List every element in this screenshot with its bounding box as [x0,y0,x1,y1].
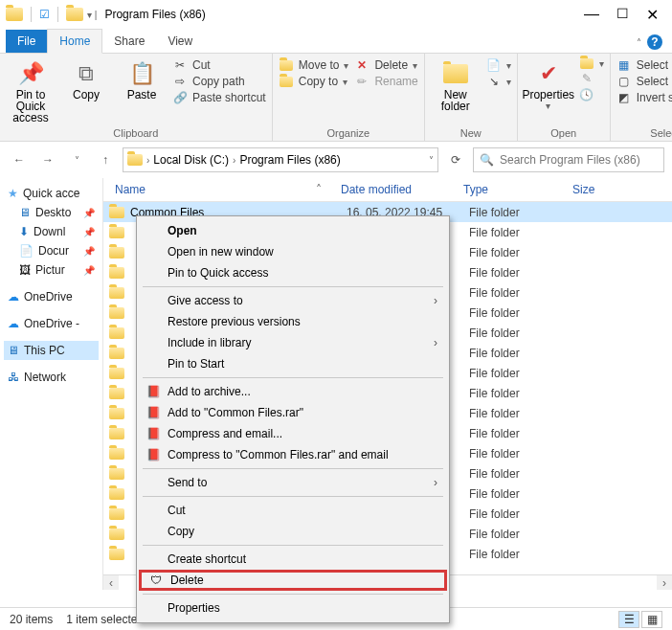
recent-locations-button[interactable]: ˅ [65,148,88,171]
tab-share[interactable]: Share [102,30,156,53]
properties-label: Properties [522,89,574,101]
ctx-restore-previous[interactable]: Restore previous versions [139,311,447,332]
folder-icon [109,529,124,540]
new-folder-button[interactable]: New folder [431,56,481,112]
paste-shortcut-button[interactable]: 🔗Paste shortcut [172,91,266,104]
ctx-send-to[interactable]: Send to› [139,472,447,493]
col-name[interactable]: Name˄ [103,183,341,196]
file-type: File folder [469,467,578,481]
ctx-include-in-library[interactable]: Include in library› [139,332,447,353]
tab-view[interactable]: View [156,30,204,53]
navigation-pane[interactable]: ★Quick acce 🖥Deskto📌 ⬇Downl📌 📄Docur📌 🖼Pi… [0,178,103,590]
ctx-create-shortcut[interactable]: Create shortcut [139,549,447,570]
ctx-add-to-rar[interactable]: 📕Add to "Common Files.rar" [139,402,447,423]
sidebar-item-network[interactable]: 🖧Network [4,368,99,387]
qat-properties-icon[interactable]: ☑ [39,8,50,21]
new-item-button[interactable]: 📄▾ [486,58,511,72]
ctx-cut[interactable]: Cut [139,500,447,521]
ctx-open[interactable]: Open [139,220,447,241]
ctx-delete[interactable]: 🛡Delete [139,570,447,591]
ctx-separator [143,545,443,546]
column-headers[interactable]: Name˄ Date modified Type Size [103,178,672,202]
ctx-copy[interactable]: Copy [139,521,447,542]
sidebar-item-pictures[interactable]: 🖼Pictur📌 [4,260,99,280]
col-type[interactable]: Type [463,183,572,196]
search-placeholder: Search Program Files (x86) [500,153,640,167]
crumb-sep[interactable]: › [146,155,149,166]
ctx-separator [143,377,443,378]
easy-access-button[interactable]: ↘▾ [486,75,511,88]
ctx-give-access-to[interactable]: Give access to› [139,290,447,311]
copy-path-button[interactable]: ⇨Copy path [172,75,266,88]
history-button[interactable]: 🕓 [579,88,604,101]
qat-dropdown-icon[interactable]: ▾ | [87,10,97,20]
ribbon-tabs: File Home Share View ˄ ? [0,29,672,54]
address-dropdown-icon[interactable]: ˅ [429,155,434,166]
quick-access-toolbar: ☑ ▾ | [6,7,97,22]
sidebar-item-desktop[interactable]: 🖥Deskto📌 [4,203,99,222]
delete-button[interactable]: ✕Delete ▾ [354,58,417,72]
address-bar[interactable]: › Local Disk (C:) › Program Files (x86) … [123,147,438,172]
ctx-pin-quick-access[interactable]: Pin to Quick access [139,262,447,283]
collapse-ribbon-icon[interactable]: ˄ [637,37,641,48]
cut-button[interactable]: ✂Cut [172,58,266,72]
ctx-pin-to-start[interactable]: Pin to Start [139,353,447,374]
ctx-properties[interactable]: Properties [139,597,447,619]
help-icon[interactable]: ? [647,34,662,50]
qat-folder-icon[interactable] [66,8,83,21]
file-type: File folder [469,548,578,561]
back-button[interactable]: ← [8,148,31,171]
paste-button[interactable]: 📋 Paste [117,56,167,101]
col-date[interactable]: Date modified [341,183,463,196]
ctx-add-to-archive[interactable]: 📕Add to archive... [139,381,447,402]
pin-label: Pin to Quick access [6,89,56,124]
folder-icon [109,287,124,299]
sidebar-item-this-pc[interactable]: 🖥This PC [4,341,99,360]
sidebar-item-quick-access[interactable]: ★Quick acce [4,184,99,203]
sidebar-item-onedrive[interactable]: ☁OneDrive [4,287,99,306]
file-type: File folder [469,347,578,360]
open-button[interactable]: ▾ [579,58,604,69]
select-none-button[interactable]: ▢Select none [616,75,672,88]
properties-button[interactable]: ✔ Properties ▾ [524,56,573,112]
ctx-compress-email[interactable]: 📕Compress and email... [139,423,447,444]
group-label-open: Open [524,127,604,139]
scroll-left-icon[interactable]: ‹ [103,576,119,590]
select-all-button[interactable]: ▦Select all [616,58,672,72]
sidebar-item-onedrive-2[interactable]: ☁OneDrive - [4,314,99,333]
tab-file[interactable]: File [6,30,47,53]
invert-selection-button[interactable]: ◩Invert selection [616,91,672,104]
sidebar-item-documents[interactable]: 📄Docur📌 [4,241,99,260]
maximize-button[interactable]: ☐ [616,6,629,24]
edit-button[interactable]: ✎ [579,72,604,85]
file-type: File folder [469,206,578,219]
copy-to-button[interactable]: Copy to ▾ [279,75,349,88]
details-view-button[interactable]: ☰ [618,611,639,628]
copy-button[interactable]: ⧉ Copy [61,56,111,101]
pin-to-quick-access-button[interactable]: 📌 Pin to Quick access [6,56,56,124]
separator [31,7,32,22]
file-type: File folder [469,367,578,380]
crumb-c[interactable]: Local Disk (C:) › [153,153,235,167]
folder-icon [109,448,124,460]
up-button[interactable]: ↑ [94,148,117,171]
group-label-clipboard: Clipboard [6,127,266,139]
col-size[interactable]: Size [572,183,672,196]
window-controls: — ☐ ✕ [584,6,666,24]
scroll-right-icon[interactable]: › [657,576,672,590]
ctx-open-new-window[interactable]: Open in new window [139,241,447,262]
status-item-count: 20 items [10,613,53,626]
crumb-program-files[interactable]: Program Files (x86) [239,153,340,167]
tab-home[interactable]: Home [47,29,102,54]
rename-button[interactable]: ✏Rename [354,75,417,88]
search-box[interactable]: 🔍 Search Program Files (x86) [473,147,664,172]
thumbnails-view-button[interactable]: ▦ [641,611,662,628]
refresh-button[interactable]: ⟳ [444,148,467,171]
sidebar-item-downloads[interactable]: ⬇Downl📌 [4,222,99,241]
forward-button[interactable]: → [36,148,59,171]
ctx-compress-rar-email[interactable]: 📕Compress to "Common Files.rar" and emai… [139,444,447,465]
group-label-organize: Organize [279,127,418,139]
minimize-button[interactable]: — [584,6,599,24]
move-to-button[interactable]: Move to ▾ [279,58,349,72]
close-button[interactable]: ✕ [646,6,659,24]
